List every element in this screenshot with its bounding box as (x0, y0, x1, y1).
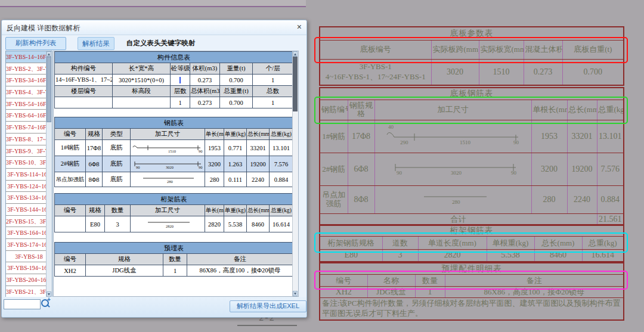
sidebar-item[interactable]: 3F-YBS-9、3F-YB (6, 145, 52, 157)
table-cell: 底筋 (103, 156, 131, 172)
plus-icon: + (47, 296, 51, 303)
column-header: 总长(mm) (534, 237, 582, 250)
sidebar-item[interactable]: 2F-YBS-15、3F-Y (6, 216, 52, 228)
scrollbar-thumb[interactable] (47, 57, 51, 122)
column-header: 总重量(t) (220, 86, 253, 97)
truss-rebar-table: 桁架筋表 编号 规格 数量 加工尺寸 单长(mm) 单重(kg) 总长(mm) … (54, 193, 293, 232)
sidebar-item[interactable]: 3F-YBS-21、3F-Y (6, 286, 52, 297)
sidebar-item[interactable]: 3F-YBS-134~16F (6, 192, 52, 204)
table-cell: 7.576 (597, 153, 624, 185)
close-icon[interactable]: × (297, 22, 302, 32)
sidebar-item[interactable]: 3F-YBS-164~16F (6, 227, 52, 239)
plate-code-line1: 3F-YBS-1 (321, 62, 430, 72)
tab-parse-result[interactable]: 解析结果 (78, 37, 114, 50)
truss-shape-drawing: 2820 (131, 216, 205, 232)
sidebar-item[interactable]: 3F-YBS-124~16F (6, 181, 52, 193)
cad-rebar-table: 底板钢筋表 钢筋编号 钢筋规格 加工尺寸 单根长(mm) 总长(mm) 总重(k… (319, 87, 624, 226)
refresh-component-list-button[interactable]: 刷新构件列表 (5, 37, 66, 50)
sidebar-scrollbar[interactable] (46, 51, 52, 297)
table-cell: 3200 (531, 153, 567, 185)
table-title: 底板参数表 (320, 27, 624, 40)
table-cell: 2240 (247, 172, 270, 187)
scrollbar-thumb[interactable] (293, 57, 298, 111)
table-title: 桁架筋表 (55, 194, 293, 205)
table-cell: 1 (415, 287, 445, 298)
table-cell: 0.273 (190, 75, 220, 86)
table-cell: 0.700 (220, 75, 253, 86)
dim-label: 40 (388, 124, 394, 130)
editing-cell[interactable] (171, 75, 190, 86)
column-header: 单根重(kg) (487, 237, 534, 250)
dim-label: 90 (397, 170, 402, 176)
column-header: 备注 (445, 275, 624, 287)
tab-header-keyword-mapping[interactable]: 自定义表头关键字映射 (117, 37, 204, 49)
export-excel-button[interactable]: 解析结果导出成EXEL (230, 300, 306, 312)
sidebar-item[interactable]: 3F-YBS-194~16F (6, 262, 52, 274)
dim-label: 1510 (460, 139, 471, 145)
table-row: 编号 规格 数量 备注 (55, 254, 293, 265)
sidebar-item[interactable]: 3F-YBS-64~16F-Y (6, 110, 52, 122)
table-cell: 3200 (205, 156, 224, 172)
column-header: 数量 (163, 254, 187, 265)
table-cell: 吊点加强筋 (55, 172, 86, 187)
dim-label: 90 (136, 165, 140, 169)
table-cell: 2820 (205, 216, 224, 232)
column-header: 钢筋规格 (348, 100, 374, 120)
table-cell: 2240 (567, 185, 597, 213)
column-header: 砼等级 (171, 63, 190, 75)
sidebar-item[interactable]: 3F-YBS-34~16F-Y (6, 75, 52, 86)
table-cell: 17Φ8 (348, 120, 374, 153)
sidebar-item[interactable]: 3F-YBS-114~16F (6, 169, 52, 181)
sidebar-item[interactable]: 3F-YBS-2、3F-YB (6, 63, 52, 75)
sidebar-item[interactable]: 3F-YBS-174~16F (6, 239, 52, 251)
sidebar-item[interactable]: 3F-YBS-54~16F-Y (6, 98, 52, 110)
table-cell: 1953 (531, 120, 567, 153)
rebar-table: 钢筋表 编号 规格 类型 加工尺寸 单长(mm) 单重(kg) 总长(mm) 总… (54, 117, 293, 187)
table-row: 构件编号 长*宽*高 砼等级 体积(m3) 重量(t) 个/层 (55, 63, 293, 75)
dim-label: 90 (199, 149, 203, 153)
table-row: 合计 21.561 (320, 213, 624, 225)
table-title: 构件信息表 (55, 52, 293, 63)
sidebar-item[interactable]: 3F-YBS-144~16F (6, 204, 52, 216)
table-cell: 86X86，高度100，接Φ20锁母 (187, 265, 293, 277)
sidebar-item[interactable]: 3F-YBS-4、3F-YB (6, 86, 52, 98)
table-cell: 16.614 (270, 216, 293, 232)
column-header: 楼层编号 (55, 86, 113, 97)
table-row: 预埋配件明细表 (320, 263, 624, 275)
zoom-search-icon[interactable]: + (40, 298, 52, 310)
table-row: 底板参数表 (320, 27, 624, 40)
production-note: 备注:该PC构件制作数量，另须仔细核对各层结构平面图、建筑平面图以及预制构件布置… (320, 298, 624, 320)
dim-label: 3020 (166, 165, 174, 169)
search-input[interactable] (4, 299, 41, 309)
scroll-up-icon[interactable] (293, 51, 298, 57)
table-row: 底板钢筋表 (320, 88, 624, 100)
column-header: 编号 (320, 275, 367, 287)
column-header: 单道长度(mm) (418, 237, 487, 250)
text-cursor (179, 77, 181, 83)
table-row: 钢筋编号 钢筋规格 加工尺寸 单根长(mm) 总长(mm) 总重(kg) (320, 100, 624, 120)
table-cell: 0.273 (524, 59, 562, 85)
table-cell: 33201 (247, 140, 270, 156)
column-header: 底板编号 (320, 40, 431, 59)
sidebar-item[interactable]: 3F-YBS-14~16F-Y (6, 51, 52, 63)
scroll-up-icon[interactable] (47, 51, 51, 57)
dim-label: 280 (167, 179, 173, 184)
scroll-down-icon[interactable] (293, 291, 298, 296)
table-cell: 280 (531, 185, 567, 213)
magnifier-handle (47, 304, 50, 308)
dialog-titlebar[interactable]: 反向建模 详图数据解析 × (2, 20, 306, 35)
table-cell: 5.538 (224, 216, 247, 232)
table-cell: 0.111 (224, 172, 247, 187)
sidebar-item[interactable]: 3F-YBS-8、17~24 (6, 134, 52, 145)
sidebar-item[interactable]: 3F-YBS-18 (6, 251, 52, 263)
sidebar-item[interactable]: 3F-YBS-204~16F- (6, 274, 52, 286)
table-cell: 8Φ8 (86, 172, 103, 187)
result-scrollbar[interactable] (292, 51, 298, 296)
sidebar-item[interactable]: 3F-YBS-10、3F-Y (6, 157, 52, 169)
table-cell: 2820 (418, 250, 487, 262)
sidebar-item[interactable]: 3F-YBS-74~16F-Y (6, 122, 52, 134)
table-cell: 8460 (534, 250, 582, 262)
cad-drawing-panel: 底板参数表 底板编号 实际板跨(mm) 实际板宽(mm) 混凝土体积(m3) 底… (306, 0, 644, 332)
column-header: 总重(kg) (597, 100, 624, 120)
table-row: 2#钢筋 6Φ8 90 3020 90 3200 19200 7.576 (320, 153, 624, 185)
